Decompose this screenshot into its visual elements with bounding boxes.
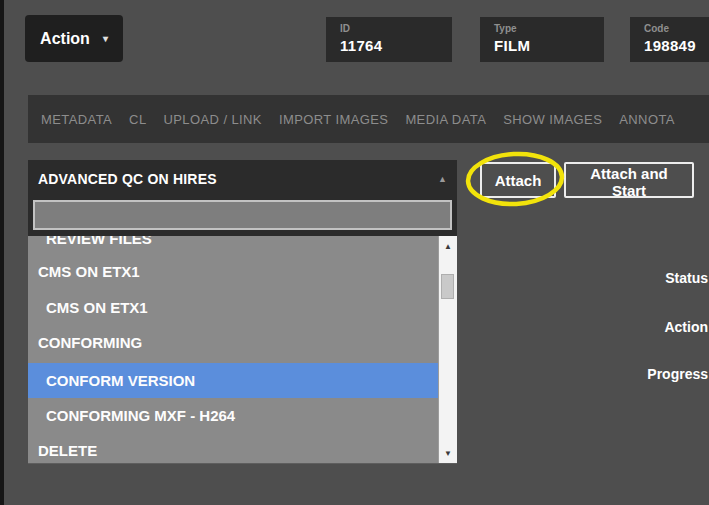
id-field-value: 11764 xyxy=(340,37,452,54)
window-left-border xyxy=(0,0,4,505)
id-field-label: ID xyxy=(340,23,452,34)
scrollbar-thumb[interactable] xyxy=(441,274,454,299)
id-field: ID 11764 xyxy=(326,17,452,62)
action-label: Action xyxy=(664,319,708,335)
workflow-picker: ADVANCED QC ON HIRES ▲ xyxy=(28,160,457,236)
scrollbar[interactable]: ▲ ▼ xyxy=(438,236,457,463)
workflow-group-header: CMS ON ETX1 xyxy=(28,254,438,289)
action-menu-button[interactable]: Action ▾ xyxy=(25,15,123,62)
caret-down-icon: ▾ xyxy=(103,33,108,44)
workflow-option[interactable]: REVIEW FILES xyxy=(28,236,438,256)
progress-label: Progress xyxy=(647,366,708,382)
workflow-selected-label: ADVANCED QC ON HIRES xyxy=(38,171,217,187)
tab-media-data[interactable]: MEDIA DATA xyxy=(405,112,486,127)
workflow-option[interactable]: CONFORMING MXF - H264 xyxy=(28,398,438,433)
type-field: Type FILM xyxy=(480,17,604,62)
attach-button[interactable]: Attach xyxy=(480,162,556,198)
chevron-up-icon: ▲ xyxy=(438,174,447,184)
attach-and-start-button[interactable]: Attach and Start xyxy=(564,162,694,198)
code-field-label: Code xyxy=(644,23,709,34)
scroll-up-icon[interactable]: ▲ xyxy=(439,238,457,254)
tab-bar: METADATACLUPLOAD / LINKIMPORT IMAGESMEDI… xyxy=(28,95,709,143)
workflow-filter-input[interactable] xyxy=(33,200,452,230)
workflow-option[interactable]: CONFORM VERSION xyxy=(28,363,438,398)
action-menu-label: Action xyxy=(40,30,90,48)
code-field-value: 198849 xyxy=(644,37,709,54)
status-label: Status xyxy=(665,270,708,286)
workflow-group-header: CONFORMING xyxy=(28,325,438,360)
workflow-option[interactable]: CMS ON ETX1 xyxy=(28,290,438,325)
tab-show-images[interactable]: SHOW IMAGES xyxy=(503,112,602,127)
tab-metadata[interactable]: METADATA xyxy=(41,112,112,127)
tab-cl[interactable]: CL xyxy=(129,112,146,127)
tab-upload-link[interactable]: UPLOAD / LINK xyxy=(164,112,262,127)
workflow-group-header: DELETE xyxy=(28,433,438,464)
scroll-down-icon[interactable]: ▼ xyxy=(439,445,457,461)
tab-annota[interactable]: ANNOTA xyxy=(619,112,675,127)
workflow-options-list: ▲ ▼ REVIEW FILESCMS ON ETX1CMS ON ETX1CO… xyxy=(28,236,457,464)
tab-import-images[interactable]: IMPORT IMAGES xyxy=(279,112,388,127)
workflow-picker-toggle[interactable]: ADVANCED QC ON HIRES ▲ xyxy=(28,160,457,198)
app-window: Action ▾ ID 11764 Type FILM Code 198849 … xyxy=(0,0,709,505)
type-field-label: Type xyxy=(494,23,604,34)
type-field-value: FILM xyxy=(494,37,604,54)
code-field: Code 198849 xyxy=(630,17,709,62)
